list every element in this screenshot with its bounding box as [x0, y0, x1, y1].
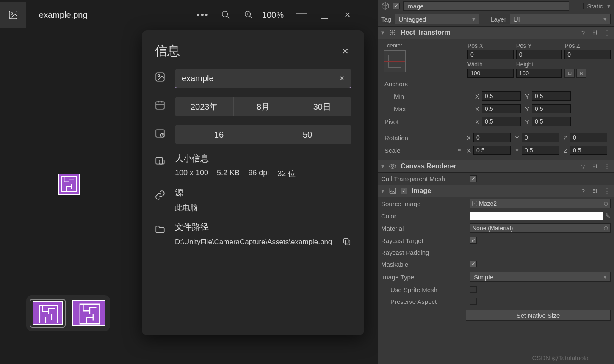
preset-icon[interactable] [591, 187, 599, 195]
tag-label: Tag [381, 16, 391, 23]
zoom-in-button[interactable] [243, 10, 254, 20]
anchor-min-y-input[interactable]: 0.5 [532, 91, 571, 101]
date-selector: 2023年 8月 30日 [175, 97, 351, 116]
blueprint-mode-button[interactable]: ⊡ [564, 69, 575, 78]
preset-icon[interactable] [591, 163, 599, 170]
preset-icon[interactable] [591, 29, 599, 36]
color-swatch[interactable] [470, 212, 603, 220]
svg-line-8 [250, 16, 252, 19]
object-picker-icon[interactable]: ⊙ [603, 225, 608, 232]
eye-icon [389, 163, 396, 170]
hour-segment[interactable]: 16 [175, 125, 263, 144]
raycast-target-checkbox[interactable]: ✓ [470, 237, 477, 244]
image-type-dropdown[interactable]: Simple [470, 272, 611, 282]
set-native-size-button[interactable]: Set Native Size [466, 310, 611, 321]
component-menu-icon[interactable]: ⋮ [603, 187, 611, 195]
zoom-out-button[interactable] [221, 10, 231, 20]
image-enable-checkbox[interactable]: ✓ [401, 188, 407, 194]
help-icon[interactable]: ? [579, 187, 587, 195]
window-minimize-button[interactable]: — [296, 8, 307, 18]
month-segment[interactable]: 8月 [233, 97, 292, 116]
more-menu-button[interactable]: ••• [198, 10, 208, 20]
anchor-min-x-input[interactable]: 0.5 [482, 91, 521, 101]
scale-y-input[interactable]: 0.5 [522, 146, 559, 155]
svg-rect-20 [159, 160, 164, 164]
static-dropdown-arrow[interactable]: ▾ [607, 2, 611, 10]
filename-input[interactable] [182, 74, 339, 83]
raycast-padding-label[interactable]: Raycast Padding [381, 249, 470, 256]
eyedropper-icon[interactable]: ✎ [605, 212, 611, 220]
info-close-button[interactable]: ✕ [339, 44, 351, 59]
year-segment[interactable]: 2023年 [175, 97, 233, 116]
tag-layer-row: Tag Untagged Layer UI [378, 12, 614, 26]
viewer-tab[interactable] [0, 2, 26, 28]
zoom-level[interactable]: 100% [262, 10, 284, 20]
canvas-renderer-title: Canvas Renderer [401, 163, 575, 170]
layer-label: Layer [490, 16, 506, 23]
thumbnail-item[interactable] [30, 299, 66, 328]
maskable-checkbox[interactable]: ✓ [470, 261, 477, 267]
posx-input[interactable]: 0 [467, 50, 514, 59]
source-image-field[interactable]: ◦Maze2⊙ [470, 199, 611, 208]
viewer-toolbar: example.png ••• 100% — ✕ [0, 0, 365, 30]
material-field[interactable]: None (Material)⊙ [470, 223, 611, 233]
rot-z-input[interactable]: 0 [570, 133, 607, 142]
height-input[interactable]: 100 [516, 69, 562, 78]
anchor-max-y-input[interactable]: 0.5 [532, 104, 571, 113]
gameobject-name-input[interactable]: Image [403, 1, 569, 11]
component-menu-icon[interactable]: ⋮ [603, 163, 611, 170]
canvas-renderer-header[interactable]: ▾ Canvas Renderer ? ⋮ [378, 160, 614, 173]
window-close-button[interactable]: ✕ [342, 10, 352, 20]
thumbnail-item[interactable] [71, 299, 107, 328]
use-sprite-mesh-checkbox[interactable] [470, 286, 477, 293]
minute-segment[interactable]: 50 [263, 125, 351, 144]
height-label: Height [516, 61, 562, 68]
help-icon[interactable]: ? [579, 29, 587, 36]
maximize-icon [321, 11, 328, 19]
posx-label: Pos X [467, 42, 514, 49]
rect-transform-title: Rect Transform [401, 29, 575, 36]
info-title: 信息 [155, 42, 180, 60]
image-component-header[interactable]: ▾ ✓ Image ? ⋮ [378, 185, 614, 197]
unity-inspector: ✓ Image Static ▾ Tag Untagged Layer UI ▾… [378, 0, 614, 364]
gameobject-active-checkbox[interactable]: ✓ [393, 3, 400, 9]
pivot-label: Pivot [384, 118, 473, 125]
static-checkbox[interactable] [577, 3, 584, 9]
path-value: D:\UnityFile\CameraCapture\Assets\exampl… [175, 238, 337, 246]
width-input[interactable]: 100 [467, 69, 514, 78]
use-sprite-mesh-label: Use Sprite Mesh [381, 286, 470, 293]
posy-label: Pos Y [516, 42, 562, 49]
filename-field[interactable]: ✕ [175, 69, 351, 88]
scale-x-input[interactable]: 0.5 [473, 146, 511, 155]
pivot-y-input[interactable]: 0.5 [532, 117, 571, 126]
object-picker-icon[interactable]: ⊙ [603, 200, 608, 207]
scale-z-input[interactable]: 0.5 [570, 146, 607, 155]
layer-dropdown[interactable]: UI [510, 14, 611, 24]
day-segment[interactable]: 30日 [293, 97, 351, 116]
path-title: 文件路径 [175, 221, 351, 233]
posy-input[interactable]: 0 [516, 50, 562, 59]
anchor-max-x-input[interactable]: 0.5 [482, 104, 521, 113]
cull-checkbox[interactable]: ✓ [470, 175, 477, 182]
rot-x-input[interactable]: 0 [473, 133, 511, 142]
preserve-aspect-checkbox[interactable] [470, 298, 477, 305]
help-icon[interactable]: ? [579, 163, 587, 170]
tag-dropdown[interactable]: Untagged [395, 14, 479, 24]
copy-path-button[interactable] [342, 237, 351, 246]
clear-input-button[interactable]: ✕ [339, 74, 345, 83]
posz-input[interactable]: 0 [564, 50, 611, 59]
pivot-x-input[interactable]: 0.5 [482, 117, 521, 126]
svg-rect-21 [345, 240, 350, 245]
rect-transform-header[interactable]: ▾ Rect Transform ? ⋮ [378, 26, 614, 39]
anchor-max-label: Max [384, 105, 473, 113]
scale-link-icon[interactable]: ⚭ [457, 146, 462, 154]
component-menu-icon[interactable]: ⋮ [603, 29, 611, 36]
raw-edit-button[interactable]: R [576, 69, 586, 78]
anchor-preset-button[interactable]: center [381, 42, 408, 78]
anchors-label[interactable]: Anchors [384, 80, 473, 88]
rot-y-input[interactable]: 0 [522, 133, 559, 142]
window-maximize-button[interactable] [319, 10, 329, 20]
dpi-value: 96 dpi [248, 168, 269, 179]
svg-rect-22 [344, 239, 348, 243]
maskable-label: Maskable [381, 261, 470, 268]
